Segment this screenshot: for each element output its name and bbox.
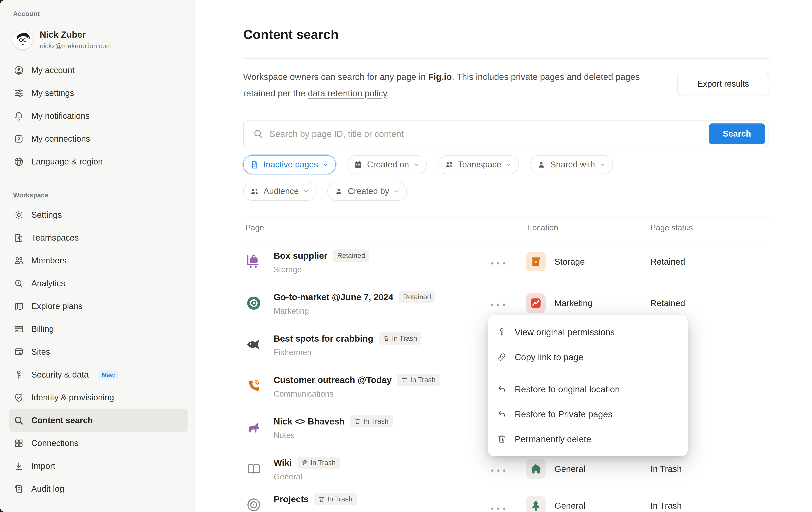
- house-icon: [526, 459, 546, 479]
- arrow-up-right-square-icon: [13, 133, 24, 144]
- people-icon: [250, 187, 259, 196]
- open-book-icon: [245, 460, 262, 477]
- column-header-page: Page: [245, 223, 264, 233]
- filter-created-on[interactable]: Created on: [347, 155, 427, 174]
- row-actions-button[interactable]: [490, 301, 506, 306]
- menu-item-restore-original-location[interactable]: Restore to original location: [488, 377, 688, 402]
- location-cell: General: [526, 490, 585, 512]
- page-subtitle: Fishermen: [273, 348, 422, 357]
- trash-icon: [401, 377, 408, 383]
- description-text: .: [387, 88, 389, 98]
- sidebar-item-teamspaces[interactable]: Teamspaces: [9, 226, 188, 249]
- sidebar-item-my-settings[interactable]: My settings: [9, 82, 188, 104]
- sidebar-item-label: Members: [31, 255, 67, 265]
- menu-item-label: Restore to Private pages: [515, 409, 612, 419]
- user-circle-icon: [13, 65, 24, 76]
- key-icon: [13, 369, 24, 380]
- sidebar-item-settings[interactable]: Settings: [9, 203, 188, 226]
- sidebar-item-my-account[interactable]: My account: [9, 59, 188, 82]
- sidebar-item-identity-provisioning[interactable]: Identity & provisioning: [9, 386, 188, 409]
- search-input[interactable]: [269, 129, 709, 139]
- row-actions-button[interactable]: [490, 260, 506, 265]
- page-icon: [250, 160, 259, 169]
- row-actions-button[interactable]: [490, 467, 506, 472]
- sidebar-item-content-search[interactable]: Content search: [9, 409, 188, 432]
- globe-icon: [13, 156, 24, 167]
- page-subtitle: Communications: [273, 389, 440, 399]
- page-title-cell: Go-to-market @June 7, 2024: [273, 292, 393, 302]
- badge-label: In Trash: [311, 459, 336, 467]
- row-actions-button[interactable]: [490, 505, 506, 510]
- sidebar-item-label: My account: [31, 65, 75, 75]
- filter-audience[interactable]: Audience: [243, 182, 317, 201]
- sidebar-item-label: Sites: [31, 347, 50, 357]
- badge-label: In Trash: [327, 495, 352, 503]
- shield-check-icon: [13, 392, 24, 403]
- sidebar-item-import[interactable]: Import: [9, 454, 188, 477]
- sidebar-item-members[interactable]: Members: [9, 249, 188, 272]
- sidebar-item-label: My notifications: [31, 111, 90, 121]
- sidebar-item-audit-log[interactable]: Audit log: [9, 477, 188, 500]
- chart-icon: [526, 294, 546, 313]
- data-retention-policy-link[interactable]: data retention policy: [308, 88, 387, 98]
- sidebar-item-billing[interactable]: Billing: [9, 318, 188, 340]
- location-name: General: [554, 501, 585, 511]
- menu-item-copy-link[interactable]: Copy link to page: [488, 344, 688, 369]
- export-results-button[interactable]: Export results: [677, 73, 769, 95]
- menu-item-permanently-delete[interactable]: Permanently delete: [488, 427, 688, 452]
- menu-item-view-original-permissions[interactable]: View original permissions: [488, 320, 688, 344]
- location-name: General: [554, 464, 585, 474]
- map-icon: [13, 301, 24, 311]
- sidebar-item-label: Teamspaces: [31, 233, 79, 242]
- filter-inactive-pages[interactable]: Inactive pages: [243, 155, 336, 174]
- page-title-cell: Wiki: [273, 458, 292, 468]
- page-title-cell: Customer outreach @Today: [273, 375, 392, 385]
- page-title-cell: Nick <> Bhavesh: [273, 416, 345, 426]
- trash-icon: [354, 418, 361, 424]
- sidebar-item-analytics[interactable]: Analytics: [9, 272, 188, 295]
- badge-label: In Trash: [410, 376, 435, 384]
- sidebar-item-connections[interactable]: Connections: [9, 432, 188, 454]
- sidebar-item-my-notifications[interactable]: My notifications: [9, 104, 188, 127]
- link-icon: [497, 352, 506, 362]
- search-icon: [13, 415, 24, 426]
- sidebar-item-label: Import: [31, 461, 55, 471]
- status-badge: In Trash: [297, 457, 340, 469]
- archive-box-icon: [526, 252, 546, 271]
- sidebar-item-label: My connections: [31, 134, 90, 144]
- account-user[interactable]: Nick Zuber nickz@makenotion.com: [13, 27, 182, 53]
- sidebar-item-language-region[interactable]: Language & region: [9, 150, 188, 173]
- table-row[interactable]: Box supplier Retained Storage Storage Re…: [195, 241, 812, 282]
- page-subtitle: Storage: [273, 265, 370, 274]
- status-badge: Retained: [333, 249, 369, 262]
- undo-icon: [497, 384, 506, 394]
- table-row[interactable]: Projects In Trash General In Trash: [195, 490, 812, 512]
- search-bar: Search: [243, 120, 768, 147]
- filter-created-by[interactable]: Created by: [327, 182, 407, 201]
- sidebar-item-explore-plans[interactable]: Explore plans: [9, 295, 188, 318]
- settings-sidebar: Account Nick Zuber nickz@makenotion.com: [0, 0, 195, 512]
- horse-icon: [245, 419, 262, 436]
- page-subtitle: Notes: [273, 431, 393, 440]
- sidebar-item-label: Content search: [31, 415, 93, 425]
- sidebar-item-security-data[interactable]: Security & data New: [9, 363, 188, 386]
- search-button[interactable]: Search: [709, 123, 765, 144]
- rings-icon: [245, 496, 262, 512]
- ellipsis-icon: [490, 261, 506, 266]
- badge-label: In Trash: [392, 334, 417, 342]
- user-name: Nick Zuber: [40, 29, 112, 40]
- trash-icon: [318, 496, 325, 502]
- menu-divider: [488, 373, 688, 373]
- sidebar-item-sites[interactable]: Sites: [9, 340, 188, 363]
- menu-item-label: View original permissions: [515, 327, 615, 337]
- menu-item-restore-private-pages[interactable]: Restore to Private pages: [488, 402, 688, 427]
- filter-label: Audience: [263, 186, 299, 196]
- filter-teamspace[interactable]: Teamspace: [438, 155, 519, 174]
- workspace-section-label: Workspace: [13, 191, 182, 199]
- trash-icon: [497, 434, 506, 444]
- sidebar-item-my-connections[interactable]: My connections: [9, 127, 188, 150]
- location-cell: Storage: [526, 241, 585, 282]
- filter-label: Shared with: [550, 160, 595, 170]
- filter-shared-with[interactable]: Shared with: [530, 155, 613, 174]
- people-icon: [13, 255, 24, 266]
